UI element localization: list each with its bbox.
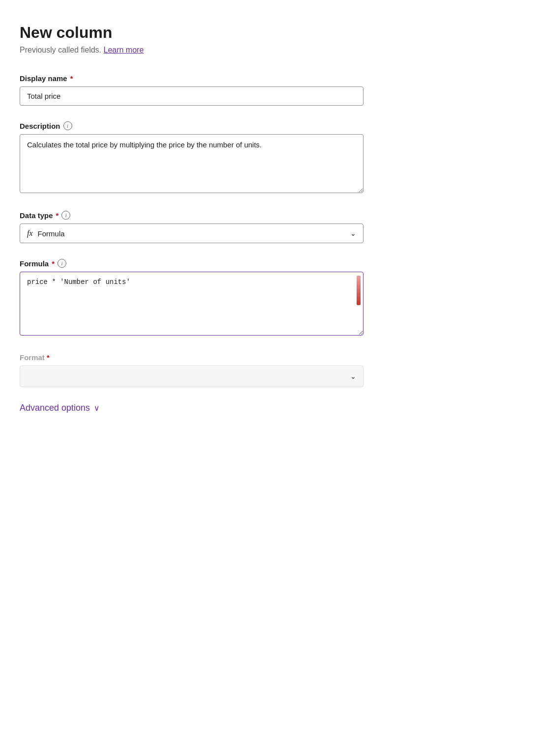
- advanced-options-label: Advanced options: [20, 403, 90, 413]
- data-type-required: *: [56, 211, 59, 220]
- description-textarea[interactable]: Calculates the total price by multiplyin…: [20, 134, 364, 193]
- format-label: Format *: [20, 353, 364, 362]
- description-label: Description i: [20, 121, 364, 130]
- advanced-options-toggle[interactable]: Advanced options ∨: [20, 403, 540, 413]
- data-type-value: Formula: [38, 229, 65, 238]
- data-type-label: Data type * i: [20, 211, 364, 220]
- data-type-select[interactable]: fx Formula ⌄: [20, 224, 364, 243]
- advanced-options-chevron-icon: ∨: [94, 403, 100, 413]
- display-name-label: Display name *: [20, 74, 364, 83]
- format-required: *: [47, 353, 50, 362]
- display-name-section: Display name *: [20, 74, 364, 106]
- format-section: Format * ⌄: [20, 353, 364, 387]
- page-subtitle: Previously called fields. Learn more: [20, 46, 540, 55]
- data-type-select-left: fx Formula: [27, 229, 65, 238]
- formula-indicator: [357, 276, 361, 305]
- description-info-icon[interactable]: i: [63, 121, 72, 130]
- fx-icon: fx: [27, 229, 33, 238]
- formula-wrapper: price * 'Number of units': [20, 272, 364, 338]
- display-name-input[interactable]: [20, 86, 364, 106]
- formula-info-icon[interactable]: i: [57, 259, 66, 268]
- page-title: New column: [20, 24, 540, 42]
- data-type-section: Data type * i fx Formula ⌄: [20, 211, 364, 243]
- learn-more-link[interactable]: Learn more: [104, 46, 144, 54]
- description-section: Description i Calculates the total price…: [20, 121, 364, 195]
- data-type-info-icon[interactable]: i: [61, 211, 70, 220]
- data-type-chevron-icon: ⌄: [350, 229, 356, 237]
- data-type-select-wrapper: fx Formula ⌄: [20, 224, 364, 243]
- formula-required: *: [52, 259, 55, 268]
- formula-section: Formula * i price * 'Number of units': [20, 259, 364, 338]
- format-select[interactable]: ⌄: [20, 366, 364, 387]
- format-chevron-icon: ⌄: [350, 372, 356, 380]
- subtitle-text: Previously called fields.: [20, 46, 101, 54]
- display-name-required: *: [70, 74, 73, 83]
- formula-textarea[interactable]: price * 'Number of units': [20, 272, 364, 336]
- formula-label: Formula * i: [20, 259, 364, 268]
